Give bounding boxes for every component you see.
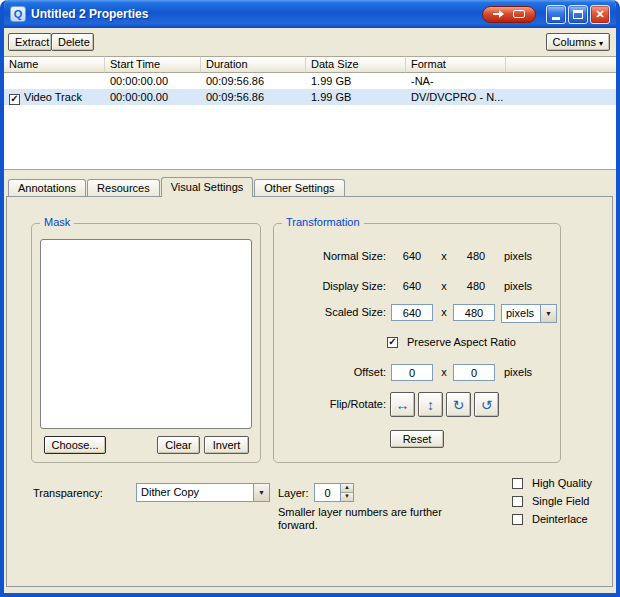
flip-rotate-label: Flip/Rotate: — [274, 392, 386, 417]
tab-visual-settings[interactable]: Visual Settings — [161, 177, 254, 197]
titlebar-controls: ✕ — [482, 5, 610, 24]
rotate-clockwise-button[interactable]: ↻ — [446, 392, 471, 417]
deinterlace-label: Deinterlace — [532, 513, 588, 525]
table-row-video-track[interactable]: ✓Video Track 00:00:00.00 00:09:56.86 1.9… — [4, 89, 616, 105]
columns-arrow-icon: ▾ — [599, 39, 603, 48]
scaled-size-label: Scaled Size: — [274, 304, 386, 320]
display-width-value: 640 — [390, 278, 434, 294]
tab-strip: Annotations Resources Visual Settings Ot… — [8, 176, 346, 196]
window-title: Untitled 2 Properties — [31, 7, 482, 21]
maximize-button[interactable] — [568, 5, 588, 24]
offset-y-input[interactable] — [453, 364, 495, 381]
transparency-label: Transparency: — [33, 487, 103, 499]
offset-row: Offset: x pixels — [274, 364, 560, 382]
spinner-up-button[interactable]: ▲ — [341, 484, 353, 493]
extract-button[interactable]: Extract — [8, 33, 52, 51]
column-header-filler — [506, 56, 616, 73]
columns-button[interactable]: Columns▾ — [546, 33, 610, 51]
mask-group-title: Mask — [40, 216, 74, 228]
cell-format: DV/DVCPRO - N... — [406, 89, 506, 105]
cell-name — [4, 73, 105, 89]
capsule-screen-icon[interactable] — [513, 10, 525, 18]
choose-button[interactable]: Choose... — [44, 436, 106, 454]
offset-x-input[interactable] — [391, 364, 433, 381]
rotate-counterclockwise-button[interactable]: ↺ — [474, 392, 499, 417]
close-icon: ✕ — [595, 9, 604, 20]
x-separator: x — [438, 304, 450, 320]
display-height-value: 480 — [454, 278, 498, 294]
cell-data-size: 1.99 GB — [306, 73, 406, 89]
video-track-checkbox[interactable]: ✓ — [9, 94, 20, 105]
transparency-select[interactable]: Dither Copy ▼ — [136, 483, 270, 502]
transformation-group: Transformation Normal Size: 640 x 480 pi… — [273, 223, 561, 463]
reset-button[interactable]: Reset — [390, 430, 444, 448]
layer-label: Layer: — [278, 487, 309, 499]
transparency-value: Dither Copy — [137, 484, 253, 501]
layer-spinner: ▲ ▼ — [341, 483, 354, 502]
preserve-aspect-label: Preserve Aspect Ratio — [407, 336, 516, 348]
flip-vertical-button[interactable]: ↕ — [418, 392, 443, 417]
single-field-label: Single Field — [532, 495, 589, 507]
cell-duration: 00:09:56.86 — [201, 73, 306, 89]
normal-size-row: Normal Size: 640 x 480 pixels — [274, 248, 560, 266]
toolbar: Extract Delete Columns▾ — [4, 28, 616, 56]
flip-horizontal-button[interactable]: ↔ — [390, 392, 415, 417]
maximize-icon — [573, 10, 583, 19]
column-header-format[interactable]: Format — [406, 56, 506, 73]
rotate-cw-icon: ↻ — [453, 397, 465, 413]
offset-label: Offset: — [274, 364, 386, 380]
track-table: Name Start Time Duration Data Size Forma… — [4, 56, 616, 170]
single-field-checkbox[interactable] — [512, 496, 523, 507]
scaled-height-input[interactable] — [453, 304, 495, 321]
minimize-button[interactable] — [546, 5, 566, 24]
cell-start-time: 00:00:00.00 — [105, 89, 201, 105]
cell-start-time: 00:00:00.00 — [105, 73, 201, 89]
capsule-forward-icon[interactable] — [493, 10, 506, 18]
invert-button[interactable]: Invert — [204, 436, 249, 454]
normal-width-value: 640 — [390, 248, 434, 264]
scaled-unit-value: pixels — [502, 305, 540, 322]
deinterlace-option: Deinterlace — [512, 513, 588, 525]
preserve-aspect-checkbox[interactable]: ✓ — [387, 337, 398, 348]
layer-input[interactable] — [314, 483, 341, 502]
dropdown-arrow-icon[interactable]: ▼ — [253, 484, 269, 501]
mask-group: Mask Choose... Clear Invert — [31, 223, 261, 463]
column-header-start-time[interactable]: Start Time — [105, 56, 201, 73]
display-size-label: Display Size: — [274, 278, 386, 294]
scaled-unit-select[interactable]: pixels ▼ — [501, 304, 557, 323]
delete-button[interactable]: Delete — [51, 33, 94, 51]
cell-name: ✓Video Track — [4, 89, 105, 105]
normal-height-value: 480 — [454, 248, 498, 264]
column-header-duration[interactable]: Duration — [201, 56, 306, 73]
high-quality-option: High Quality — [512, 477, 592, 489]
single-field-option: Single Field — [512, 495, 589, 507]
layer-note: Smaller layer numbers are further forwar… — [278, 506, 450, 532]
close-button[interactable]: ✕ — [590, 5, 610, 24]
clear-button[interactable]: Clear — [157, 436, 200, 454]
spinner-down-button[interactable]: ▼ — [341, 493, 353, 501]
title-bar[interactable]: Q Untitled 2 Properties ✕ — [4, 0, 616, 28]
tab-other-settings[interactable]: Other Settings — [254, 179, 344, 196]
deinterlace-checkbox[interactable] — [512, 514, 523, 525]
flip-rotate-row: Flip/Rotate: ↔ ↕ ↻ ↺ — [274, 392, 560, 418]
columns-label: Columns — [553, 36, 596, 48]
dropdown-arrow-icon[interactable]: ▼ — [540, 305, 556, 322]
tab-resources[interactable]: Resources — [87, 179, 160, 196]
high-quality-checkbox[interactable] — [512, 478, 523, 489]
cell-format: -NA- — [406, 73, 506, 89]
tab-annotations[interactable]: Annotations — [8, 179, 86, 196]
mask-preview — [40, 239, 252, 429]
column-header-name[interactable]: Name — [4, 56, 105, 73]
scaled-size-row: Scaled Size: x pixels ▼ — [274, 304, 560, 322]
flip-vertical-icon: ↕ — [427, 397, 434, 413]
visual-settings-panel: Mask Choose... Clear Invert Transformati… — [6, 196, 613, 587]
table-header-row: Name Start Time Duration Data Size Forma… — [4, 56, 616, 73]
column-header-data-size[interactable]: Data Size — [306, 56, 406, 73]
track-name-label: Video Track — [24, 91, 82, 103]
quicktime-capsule[interactable] — [482, 6, 536, 23]
table-row-movie[interactable]: 00:00:00.00 00:09:56.86 1.99 GB -NA- — [4, 73, 616, 89]
scaled-width-input[interactable] — [391, 304, 433, 321]
normal-size-label: Normal Size: — [274, 248, 386, 264]
quicktime-icon: Q — [10, 6, 26, 22]
x-separator: x — [438, 248, 450, 264]
